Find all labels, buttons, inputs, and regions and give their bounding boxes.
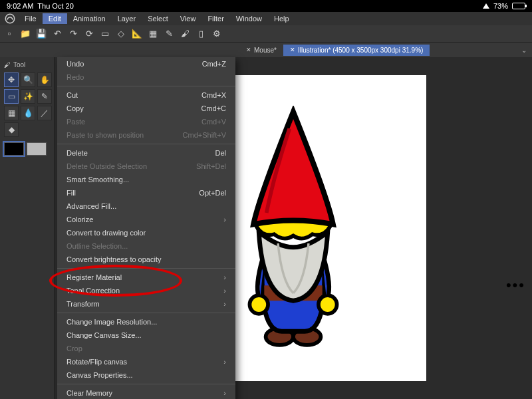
menu-item: Outline Selection... [57,239,235,253]
ruler-icon[interactable]: 📐 [130,27,144,41]
menu-item-label: Change Canvas Size... [66,331,142,339]
menu-item: Redo [57,70,235,84]
menu-item[interactable]: Change Image Resolution... [57,315,235,329]
menu-item-label: Canvas Properties... [66,371,133,379]
menu-item[interactable]: DeleteDel [57,146,235,160]
menu-item-label: Crop [66,344,82,352]
brush-toolbar-icon[interactable]: 🖌 [178,27,192,41]
menu-item-label: Advanced Fill... [66,202,116,210]
menu-item[interactable]: Advanced Fill... [57,200,235,213]
app-menubar: File Edit Animation Layer Select View Fi… [0,12,532,25]
menu-item-label: Paste [66,118,85,126]
new-file-icon[interactable]: ▫ [3,27,16,41]
edit-dropdown-menu: UndoCmd+ZRedoCutCmd+XCopyCmd+CPasteCmd+V… [57,57,235,399]
close-icon[interactable]: ✕ [290,47,295,53]
select-tool-icon[interactable]: ▭ [98,27,112,41]
menu-item-label: Change Image Resolution... [66,318,157,326]
menu-item[interactable]: UndoCmd+Z [57,57,235,70]
open-file-icon[interactable]: 📁 [19,27,32,41]
menu-item[interactable]: Canvas Properties... [57,368,235,382]
menu-item-label: Redo [66,73,84,81]
tool-zoom[interactable]: 🔍 [21,72,35,87]
menu-item[interactable]: Change Canvas Size... [57,329,235,342]
battery-percent: 73% [493,2,508,10]
ios-more-dots-icon: ••• [506,277,525,294]
menu-item-shortcut: Cmd+V [201,118,226,126]
tool-text[interactable]: ◆ [4,122,19,137]
tool-panel-title: 🖌 Tool [1,60,53,70]
menu-item[interactable]: Convert to drawing color [57,226,235,239]
menu-edit[interactable]: Edit [43,13,67,24]
menu-select[interactable]: Select [142,13,174,24]
pen-toolbar-icon[interactable]: ✎ [162,27,176,41]
tool-panel: 🖌 Tool ✥ 🔍 ✋ ▭ ✨ ✎ ▦ 💧 ／ ◆ [0,57,55,399]
top-toolbar: ▫ 📁 💾 ↶ ↷ ⟳ ▭ ◇ 📐 ▦ ✎ 🖌 ▯ ⚙ [0,25,532,43]
svg-point-5 [249,295,268,314]
menu-item-label: Cut [66,91,78,99]
menu-view[interactable]: View [174,13,202,24]
app-logo-icon [4,13,16,25]
tab-mouse[interactable]: ✕ Mouse* [239,45,283,56]
chevron-down-icon[interactable]: ⌄ [516,47,532,54]
tab-label: Illustration* (4500 x 3500px 300dpi 31.9… [298,47,423,54]
menu-help[interactable]: Help [268,13,295,24]
tablet-icon[interactable]: ▯ [194,27,207,41]
save-icon[interactable]: 💾 [35,27,48,41]
grid-icon[interactable]: ▦ [146,27,160,41]
gnome-artwork [217,106,370,350]
foreground-color-swatch[interactable] [4,142,24,156]
menu-item[interactable]: Register Material [57,271,235,284]
menu-item[interactable]: Convert brightness to opacity [57,253,235,266]
menu-item-label: Smart Smoothing... [66,176,129,184]
loading-icon: ⟳ [82,27,96,41]
menu-item-shortcut: Cmd+X [201,91,226,99]
tool-eyedropper[interactable]: 💧 [21,106,35,120]
menu-item-shortcut: Cmd+Shift+V [183,131,226,139]
settings-icon[interactable]: ⚙ [210,27,223,41]
menu-item[interactable]: CutCmd+X [57,88,235,102]
menu-item[interactable]: Colorize [57,213,235,226]
menu-window[interactable]: Window [230,13,268,24]
status-date: Thu Oct 20 [37,2,73,10]
menu-file[interactable]: File [19,13,43,24]
close-icon[interactable]: ✕ [246,47,251,53]
tool-hand[interactable]: ✋ [37,72,52,87]
status-time: 9:02 AM [7,2,33,10]
menu-item-label: Delete Outside Selection [66,162,147,170]
ipad-status-bar: 9:02 AM Thu Oct 20 73% [0,0,532,12]
menu-item-shortcut: Cmd+Z [202,60,226,68]
menu-item[interactable]: Clear Memory [57,386,235,399]
menu-item-label: Paste to shown position [66,131,144,139]
menu-item-label: Transform [66,300,100,308]
background-color-swatch[interactable] [27,142,47,156]
menu-item[interactable]: FillOpt+Del [57,186,235,200]
menu-item-shortcut: Opt+Del [199,189,226,197]
menu-layer[interactable]: Layer [112,13,142,24]
undo-toolbar-icon[interactable]: ↶ [51,27,64,41]
menu-item[interactable]: Smart Smoothing... [57,173,235,186]
menu-item-shortcut: Shift+Del [196,162,226,170]
menu-item-shortcut: Del [215,149,226,157]
tool-wand[interactable]: ✨ [21,89,35,104]
redo-toolbar-icon[interactable]: ↷ [66,27,80,41]
menu-separator [57,384,235,384]
menu-item: PasteCmd+V [57,115,235,128]
transform-icon[interactable]: ◇ [114,27,128,41]
tool-move[interactable]: ✥ [4,72,19,87]
menu-item[interactable]: CopyCmd+C [57,102,235,115]
svg-point-0 [5,14,15,23]
menu-item[interactable]: Rotate/Flip canvas [57,355,235,368]
tool-pen[interactable]: ✎ [37,89,52,104]
tool-marquee[interactable]: ▭ [4,89,19,104]
menu-item[interactable]: Tonal Correction [57,284,235,297]
tab-illustration[interactable]: ✕ Illustration* (4500 x 3500px 300dpi 31… [283,45,430,56]
menu-animation[interactable]: Animation [67,13,112,24]
document-tab-bar: ✕ Mouse* ✕ Illustration* (4500 x 3500px … [0,43,532,57]
tab-label: Mouse* [254,47,277,54]
menu-item[interactable]: Transform [57,297,235,311]
tool-line[interactable]: ／ [37,106,52,120]
menu-item-label: Tonal Correction [66,287,120,295]
tool-grid[interactable]: ▦ [4,106,19,120]
menu-filter[interactable]: Filter [201,13,229,24]
menu-separator [57,144,235,144]
